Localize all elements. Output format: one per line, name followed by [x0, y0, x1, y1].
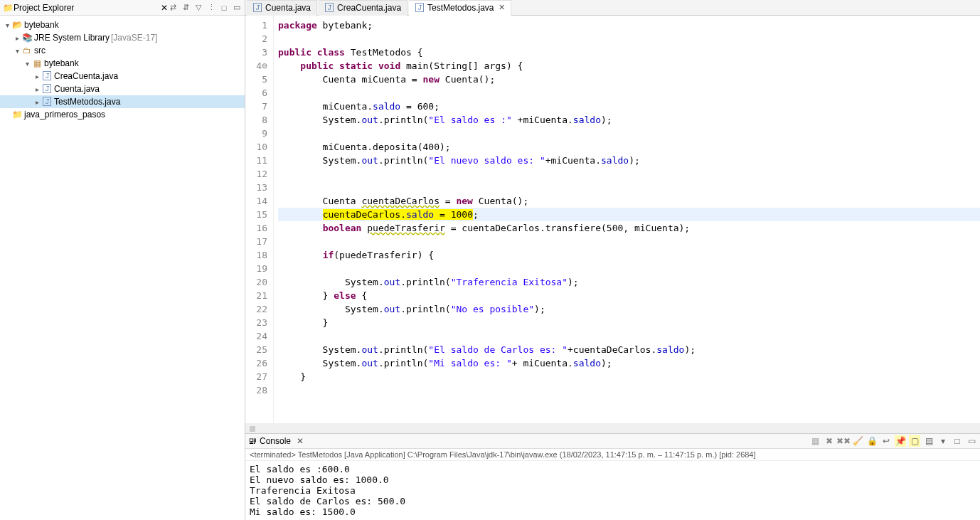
java-file-icon: 🄹 [415, 3, 425, 13]
code-line[interactable]: System.out.println("El saldo es :" +miCu… [278, 113, 980, 127]
line-number: 10 [245, 140, 267, 154]
editor-horizontal-scrollbar[interactable] [245, 423, 980, 433]
code-line[interactable]: System.out.println("El saldo de Carlos e… [278, 343, 980, 356]
tree-item-label: Cuenta.java [54, 84, 100, 94]
project-tree[interactable]: ▾📂bytebank▸📚JRE System Library [JavaSE-1… [0, 16, 245, 520]
close-icon[interactable]: ✕ [161, 3, 168, 13]
maximize-icon[interactable]: ▭ [232, 3, 242, 13]
code-line[interactable]: System.out.println("Mi saldo es: "+ miCu… [278, 356, 980, 370]
remove-all-terminated-icon[interactable]: ✖✖ [838, 435, 849, 447]
show-console-icon[interactable]: ▢ [909, 435, 920, 447]
minimize-icon[interactable]: □ [952, 435, 963, 447]
code-line[interactable] [278, 383, 980, 397]
link-editor-icon[interactable]: ⇄ [168, 3, 178, 13]
line-number: 12 [245, 167, 267, 181]
twisty-icon[interactable]: ▾ [13, 47, 21, 55]
pin-console-icon[interactable]: 📌 [895, 435, 906, 447]
console-output[interactable]: El saldo es :600.0 El nuevo saldo es: 10… [245, 461, 980, 520]
close-icon[interactable]: ✕ [297, 436, 304, 446]
view-menu-icon[interactable]: ⋮ [206, 3, 216, 13]
tree-item-testmetodos-java[interactable]: ▸🄹TestMetodos.java [0, 95, 245, 108]
tree-item-java_primeros_pasos[interactable]: 📁java_primeros_pasos [0, 108, 245, 121]
code-line[interactable] [278, 86, 980, 100]
close-icon[interactable]: ✕ [499, 3, 505, 12]
tree-item-src[interactable]: ▾🗀src [0, 44, 245, 57]
code-line[interactable]: miCuenta.deposita(400); [278, 140, 980, 154]
tree-item-creacuenta-java[interactable]: ▸🄹CreaCuenta.java [0, 70, 245, 83]
tree-item-label: CreaCuenta.java [54, 71, 118, 81]
tree-item-bytebank[interactable]: ▾▦bytebank [0, 57, 245, 70]
line-number: 22 [245, 302, 267, 316]
code-line[interactable]: } else { [278, 289, 980, 302]
twisty-icon[interactable]: ▸ [33, 85, 41, 93]
code-line[interactable]: if(puedeTrasferir) { [278, 248, 980, 262]
line-number: 28 [245, 383, 267, 397]
code-line[interactable] [278, 235, 980, 248]
line-number: 14 [245, 194, 267, 208]
code-line[interactable]: public class TestMetodos { [278, 46, 980, 59]
filter-icon[interactable]: ▽ [193, 3, 203, 13]
code-line[interactable]: boolean puedeTrasferir = cuentaDeCarlos.… [278, 221, 980, 235]
open-console-icon[interactable]: ▾ [937, 435, 949, 447]
minimize-icon[interactable]: □ [219, 3, 229, 13]
remove-terminated-icon[interactable]: ▦ [809, 435, 821, 447]
code-line[interactable]: package bytebank; [278, 18, 980, 32]
code-line[interactable]: } [278, 316, 980, 329]
console-header: 🖳 Console ✕ ▦ ✖ ✖✖ 🧹 🔒 ↩ 📌 ▢ ▤ ▾ □ ▭ [245, 433, 980, 449]
code-line[interactable]: miCuenta.saldo = 600; [278, 100, 980, 113]
twisty-icon[interactable]: ▾ [23, 60, 31, 68]
twisty-icon[interactable]: ▸ [33, 73, 41, 80]
code-line[interactable]: cuentaDeCarlos.saldo = 1000; [278, 208, 980, 221]
collapse-all-icon[interactable]: ⇵ [181, 3, 191, 13]
line-number: 25 [245, 343, 267, 356]
scroll-lock-icon[interactable]: 🔒 [866, 435, 878, 447]
line-number: 26 [245, 356, 267, 370]
word-wrap-icon[interactable]: ↩ [880, 435, 892, 447]
code-line[interactable] [278, 167, 980, 181]
code-line[interactable]: System.out.println("No es posible"); [278, 302, 980, 316]
tab-label: TestMetodos.java [427, 3, 494, 13]
twisty-icon[interactable]: ▸ [13, 34, 21, 42]
twisty-icon[interactable]: ▸ [33, 98, 41, 106]
code-line[interactable] [278, 181, 980, 194]
code-line[interactable] [278, 127, 980, 140]
line-number: 24 [245, 329, 267, 343]
maximize-icon[interactable]: ▭ [966, 435, 977, 447]
code-line[interactable]: Cuenta miCuenta = new Cuenta(); [278, 73, 980, 86]
clear-console-icon[interactable]: 🧹 [852, 435, 863, 447]
code-line[interactable]: System.out.println("El nuevo saldo es: "… [278, 154, 980, 167]
editor-tab-creacuenta-java[interactable]: 🄹CreaCuenta.java [319, 0, 408, 16]
code-line[interactable] [278, 32, 980, 46]
code-line[interactable]: public static void main(String[] args) { [278, 59, 980, 73]
console-launch-info: <terminated> TestMetodos [Java Applicati… [245, 449, 980, 461]
tab-label: CreaCuenta.java [337, 3, 401, 13]
tree-item-cuenta-java[interactable]: ▸🄹Cuenta.java [0, 83, 245, 95]
editor-tab-cuenta-java[interactable]: 🄹Cuenta.java [247, 0, 317, 16]
line-number: 3 [245, 46, 267, 59]
remove-all-icon[interactable]: ✖ [824, 435, 835, 447]
java-file-icon: 🄹 [252, 3, 262, 13]
code-line[interactable] [278, 329, 980, 343]
console-title-text: Console [260, 436, 291, 446]
tree-item-label: bytebank [44, 58, 79, 68]
line-number: 8 [245, 113, 267, 127]
line-number: 11 [245, 154, 267, 167]
tree-item-jre-system-library[interactable]: ▸📚JRE System Library [JavaSE-17] [0, 31, 245, 44]
code-editor[interactable]: package bytebank; public class TestMetod… [274, 16, 980, 423]
tree-item-bytebank[interactable]: ▾📂bytebank [0, 18, 245, 31]
project-explorer-header: 📁 Project Explorer ✕ ⇄ ⇵ ▽ ⋮ □ ▭ [0, 0, 245, 16]
explorer-toolbar: ⇄ ⇵ ▽ ⋮ □ ▭ [168, 3, 242, 13]
line-number: 9 [245, 127, 267, 140]
code-line[interactable] [278, 262, 980, 275]
display-selected-icon[interactable]: ▤ [923, 435, 934, 447]
twisty-icon[interactable]: ▾ [3, 21, 11, 29]
code-line[interactable]: } [278, 370, 980, 383]
line-number: 4⊖ [245, 59, 267, 73]
editor-tab-testmetodos-java[interactable]: 🄹TestMetodos.java✕ [409, 0, 511, 16]
code-line[interactable]: Cuenta cuentaDeCarlos = new Cuenta(); [278, 194, 980, 208]
console-icon: 🖳 [248, 436, 257, 446]
line-number: 20 [245, 275, 267, 289]
line-number: 1 [245, 18, 267, 32]
code-line[interactable]: System.out.println("Traferencia Exitosa"… [278, 275, 980, 289]
line-number-gutter: 1234⊖56789101112131415161718192021222324… [245, 16, 274, 423]
